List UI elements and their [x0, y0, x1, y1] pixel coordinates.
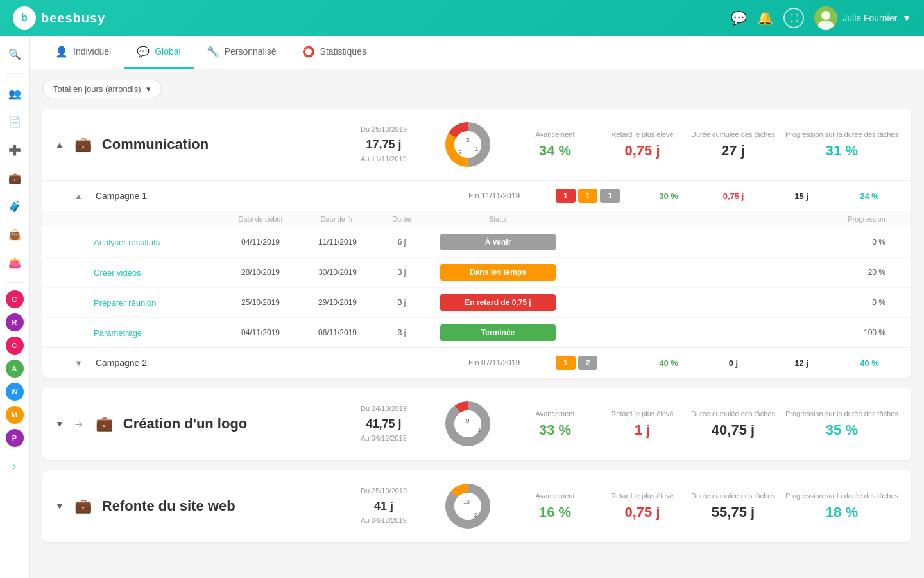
sidebar-item-documents[interactable]: 📄 [3, 110, 26, 133]
task-status-preparer: En retard de 0,75 j [440, 294, 556, 311]
sidebar-letter-a[interactable]: A [6, 360, 24, 378]
campaign-row-campagne2: ▼ Campagne 2 Fin 07/11/2019 1 2 40 % 0 j… [42, 347, 911, 378]
sidebar-letter-c1[interactable]: C [6, 290, 24, 308]
stat-progression-logo-value: 35 % [785, 422, 898, 439]
sidebar-expand[interactable]: › [3, 455, 26, 478]
project-name-communication: Communication [102, 136, 338, 153]
task-row-analyser: Analyser résultats 04/11/2019 11/11/2019… [42, 227, 911, 257]
tab-personnalise-icon: 🔧 [207, 46, 219, 58]
project-duration: 17,75 j [348, 136, 419, 154]
camp-retard-campagne2: 0 j [705, 358, 762, 368]
project-date-to2: Au 04/12/2019 [348, 433, 419, 444]
campaign-name-campagne2: Campagne 2 [96, 358, 458, 368]
svg-point-12 [454, 410, 481, 437]
notifications-icon[interactable]: 🔔 [757, 10, 773, 26]
camp-duree-campagne2: 12 j [773, 358, 830, 368]
task-name-creer[interactable]: Créer vidéos [94, 268, 222, 277]
task-name-analyser[interactable]: Analyser résultats [94, 238, 222, 247]
sidebar-item-add[interactable]: ➕ [3, 138, 26, 161]
sidebar-letter-p[interactable]: P [6, 429, 24, 447]
project-icon-creation-logo: 💼 [96, 416, 113, 432]
task-fin-creer: 30/10/2019 [299, 268, 376, 277]
stat-duree-value: 27 j [691, 143, 775, 159]
task-header-progression: Progression [569, 215, 898, 223]
project-icon-refonte: 💼 [74, 498, 92, 514]
project-expand-refonte[interactable]: ▼ [55, 501, 64, 511]
task-progress-parametrage: 100 % [569, 328, 898, 337]
task-header-duree: Durée [376, 215, 427, 223]
task-status-parametrage: Terminée [440, 324, 556, 341]
project-expand-creation-logo[interactable]: ▼ [55, 419, 64, 429]
sidebar-item-portfolio3[interactable]: 👜 [3, 223, 26, 246]
donut-creation-logo: 9 1 [442, 398, 493, 450]
project-dates-creation-logo: Du 24/10/2019 41,75 j Au 04/12/2019 [348, 403, 419, 444]
logo-icon: b [13, 6, 36, 30]
project-duration3: 41 j [348, 497, 419, 516]
pill-red: 1 [556, 189, 576, 203]
svg-point-17 [454, 493, 481, 520]
project-card-refonte: ▼ 💼 Refonte du site web Du 25/10/2019 41… [42, 470, 911, 542]
task-debut-creer: 28/10/2019 [222, 268, 299, 277]
task-header-date-fin: Date de fin [299, 215, 376, 223]
camp-avancement-campagne1: 30 % [643, 191, 694, 201]
sidebar-item-portfolio1[interactable]: 💼 [3, 166, 26, 189]
sidebar-item-search[interactable]: 🔍 [3, 42, 26, 66]
task-name-preparer[interactable]: Préparer réunion [94, 298, 222, 308]
task-status-wrap-analyser: À venir [427, 234, 569, 250]
tab-global[interactable]: 💬 Global [124, 36, 193, 69]
svg-text:3: 3 [466, 137, 470, 143]
sidebar-item-portfolio2[interactable]: 🧳 [3, 195, 26, 218]
donut-svg-communication: 3 2 1 [442, 119, 493, 170]
tab-statistiques-icon: ⭕ [302, 46, 315, 58]
filter-dropdown[interactable]: Total en jours (arrondis) ▾ [42, 80, 162, 98]
campaign-name-campagne1: Campagne 1 [96, 191, 458, 201]
task-progress-creer: 20 % [569, 268, 898, 277]
fullscreen-button[interactable]: ⛶ [783, 8, 804, 28]
tab-statistiques[interactable]: ⭕ Statistiques [289, 36, 379, 69]
stat-retard-logo-value: 1 j [604, 422, 681, 439]
sidebar-item-portfolio4[interactable]: 👛 [3, 251, 26, 274]
campaign-expand-campagne2[interactable]: ▼ [74, 358, 83, 368]
project-date-from: Du 25/10/2019 [348, 124, 419, 136]
dropdown-chevron-icon: ▾ [146, 84, 151, 94]
task-row-preparer: Préparer réunion 25/10/2019 29/10/2019 3… [42, 287, 911, 317]
sidebar-letter-c2[interactable]: C [6, 337, 24, 355]
stat-retard-communication: Retard le plus élevé 0,75 j [604, 130, 681, 159]
task-row-parametrage: Paramétrage 04/11/2019 06/11/2019 3 j Te… [42, 317, 911, 347]
link-arrow-icon: ➜ [74, 418, 83, 430]
task-name-parametrage[interactable]: Paramétrage [94, 328, 222, 338]
stat-progression-value: 31 % [785, 143, 898, 159]
project-header-creation-logo: ▼ ➜ 💼 Création d'un logo Du 24/10/2019 4… [42, 388, 911, 460]
campaign-date-campagne2: Fin 07/11/2019 [468, 358, 545, 367]
pill-orange: 1 [578, 189, 598, 203]
donut-svg-creation-logo: 9 1 [442, 398, 493, 450]
sidebar-letter-m[interactable]: M [6, 406, 24, 424]
svg-text:13: 13 [463, 498, 470, 505]
project-expand-communication[interactable]: ▲ [55, 139, 64, 150]
tab-personnalise[interactable]: 🔧 Personnalisé [194, 36, 289, 69]
task-fin-analyser: 11/11/2019 [299, 238, 376, 247]
task-duree-preparer: 3 j [376, 298, 427, 307]
donut-communication: 3 2 1 [442, 119, 493, 170]
campaign-row-campagne1: ▲ Campagne 1 Fin 11/11/2019 1 1 1 30 % 0… [42, 180, 911, 211]
tab-individuel[interactable]: 👤 Individuel [42, 36, 124, 69]
messages-icon[interactable]: 💬 [731, 10, 747, 26]
sidebar-item-users[interactable]: 👥 [3, 82, 26, 105]
camp-progression-campagne1: 24 % [841, 191, 898, 201]
project-date-to: Au 11/11/2019 [348, 153, 419, 165]
user-menu[interactable]: Julie Fournier ▼ [814, 6, 911, 30]
sidebar-letter-r[interactable]: R [6, 313, 24, 331]
camp-retard-campagne1: 0,75 j [705, 191, 762, 201]
filter-label: Total en jours (arrondis) [53, 84, 141, 94]
logo: b beesbusy [13, 6, 105, 30]
task-status-creer: Dans les temps [440, 264, 556, 281]
task-debut-analyser: 04/11/2019 [222, 238, 299, 247]
task-debut-preparer: 25/10/2019 [222, 298, 299, 307]
project-header-communication: ▲ 💼 Communication Du 25/10/2019 17,75 j … [42, 109, 911, 180]
campaign-expand-campagne1[interactable]: ▲ [74, 191, 83, 201]
user-dropdown-icon[interactable]: ▼ [902, 13, 911, 23]
project-name-refonte: Refonte du site web [102, 498, 338, 514]
campaign-pills-campagne2: 1 2 [556, 356, 633, 370]
sidebar-letter-w[interactable]: W [6, 383, 24, 401]
stat-duree-logo-value: 40,75 j [691, 422, 775, 439]
